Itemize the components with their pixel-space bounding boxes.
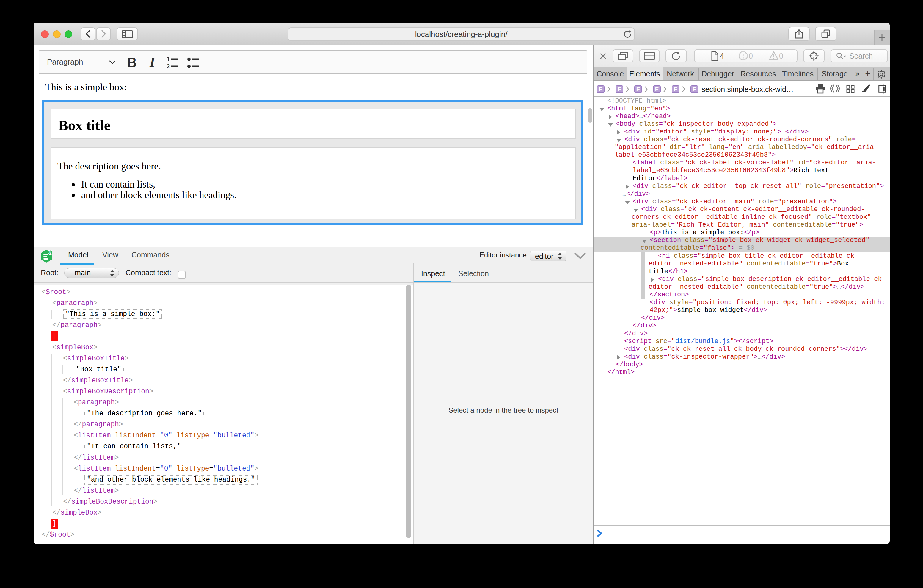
svg-text:1: 1	[166, 56, 170, 62]
svg-text:5: 5	[49, 251, 51, 254]
svg-text:2: 2	[166, 63, 170, 69]
